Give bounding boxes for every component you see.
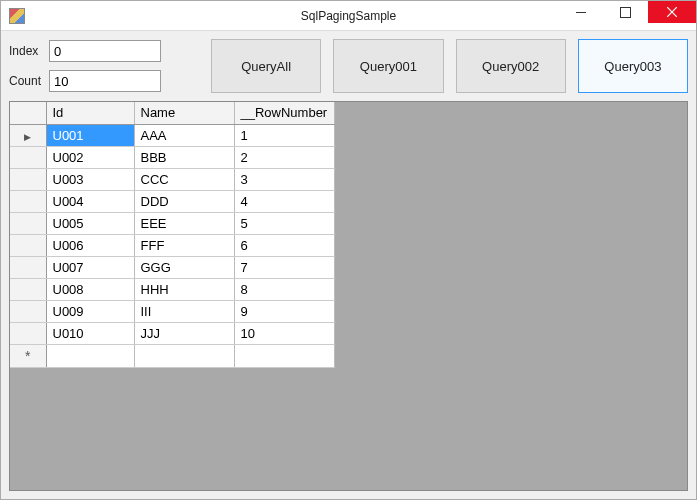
header-row: Id Name __RowNumber [10, 102, 334, 124]
table-row[interactable]: U002BBB2 [10, 146, 334, 168]
column-header-rownumber[interactable]: __RowNumber [234, 102, 334, 124]
row-header[interactable] [10, 146, 46, 168]
index-input[interactable] [49, 40, 161, 62]
index-label: Index [9, 44, 41, 58]
top-row: Index Count QueryAll Query001 Query002 Q… [9, 39, 688, 93]
cell-id[interactable]: U007 [46, 256, 134, 278]
cell-rownumber[interactable]: 8 [234, 278, 334, 300]
cell-name[interactable]: BBB [134, 146, 234, 168]
row-header[interactable] [10, 278, 46, 300]
minimize-button[interactable] [558, 1, 603, 23]
maximize-button[interactable] [603, 1, 648, 23]
row-header[interactable] [10, 124, 46, 146]
cell-id[interactable]: U003 [46, 168, 134, 190]
cell-name[interactable]: GGG [134, 256, 234, 278]
table-row[interactable]: U004DDD4 [10, 190, 334, 212]
row-header-corner[interactable] [10, 102, 46, 124]
table-row[interactable]: U006FFF6 [10, 234, 334, 256]
button-panel: QueryAll Query001 Query002 Query003 [211, 39, 688, 93]
row-header[interactable] [10, 344, 46, 367]
cell-name[interactable]: III [134, 300, 234, 322]
cell-id[interactable]: U004 [46, 190, 134, 212]
table-row[interactable]: U009III9 [10, 300, 334, 322]
cell-id[interactable]: U008 [46, 278, 134, 300]
cell-name[interactable]: EEE [134, 212, 234, 234]
cell-rownumber[interactable]: 7 [234, 256, 334, 278]
count-input[interactable] [49, 70, 161, 92]
window-buttons [558, 1, 696, 30]
close-icon [667, 7, 677, 17]
cell-rownumber[interactable]: 10 [234, 322, 334, 344]
cell-id[interactable]: U006 [46, 234, 134, 256]
row-header[interactable] [10, 190, 46, 212]
cell-id[interactable]: U005 [46, 212, 134, 234]
count-label: Count [9, 74, 41, 88]
table-row[interactable]: U003CCC3 [10, 168, 334, 190]
cell-id[interactable] [46, 344, 134, 367]
titlebar: SqlPagingSample [1, 1, 696, 31]
cell-rownumber[interactable]: 6 [234, 234, 334, 256]
query-all-button[interactable]: QueryAll [211, 39, 321, 93]
row-header[interactable] [10, 322, 46, 344]
cell-id[interactable]: U002 [46, 146, 134, 168]
data-grid[interactable]: Id Name __RowNumber U001AAA1U002BBB2U003… [9, 101, 688, 491]
cell-name[interactable]: HHH [134, 278, 234, 300]
cell-rownumber[interactable]: 3 [234, 168, 334, 190]
row-header[interactable] [10, 168, 46, 190]
cell-name[interactable] [134, 344, 234, 367]
column-header-name[interactable]: Name [134, 102, 234, 124]
app-window: SqlPagingSample Index Count QueryAll Q [0, 0, 697, 500]
row-header[interactable] [10, 234, 46, 256]
cell-rownumber[interactable]: 9 [234, 300, 334, 322]
table-row[interactable]: U007GGG7 [10, 256, 334, 278]
cell-rownumber[interactable] [234, 344, 334, 367]
table-row[interactable]: U001AAA1 [10, 124, 334, 146]
cell-id[interactable]: U010 [46, 322, 134, 344]
query-002-button[interactable]: Query002 [456, 39, 566, 93]
column-header-id[interactable]: Id [46, 102, 134, 124]
row-header[interactable] [10, 256, 46, 278]
table-row[interactable]: U005EEE5 [10, 212, 334, 234]
cell-name[interactable]: AAA [134, 124, 234, 146]
table-row[interactable]: U010JJJ10 [10, 322, 334, 344]
cell-rownumber[interactable]: 4 [234, 190, 334, 212]
cell-name[interactable]: JJJ [134, 322, 234, 344]
cell-name[interactable]: CCC [134, 168, 234, 190]
input-panel: Index Count [9, 39, 199, 93]
close-button[interactable] [648, 1, 696, 23]
data-grid-table: Id Name __RowNumber U001AAA1U002BBB2U003… [10, 102, 335, 368]
table-row[interactable]: U008HHH8 [10, 278, 334, 300]
client-area: Index Count QueryAll Query001 Query002 Q… [1, 31, 696, 499]
cell-rownumber[interactable]: 2 [234, 146, 334, 168]
row-header[interactable] [10, 300, 46, 322]
cell-rownumber[interactable]: 1 [234, 124, 334, 146]
cell-name[interactable]: DDD [134, 190, 234, 212]
query-003-button[interactable]: Query003 [578, 39, 688, 93]
query-001-button[interactable]: Query001 [333, 39, 443, 93]
app-icon [9, 8, 25, 24]
row-header[interactable] [10, 212, 46, 234]
cell-rownumber[interactable]: 5 [234, 212, 334, 234]
cell-id[interactable]: U001 [46, 124, 134, 146]
new-row[interactable] [10, 344, 334, 367]
cell-id[interactable]: U009 [46, 300, 134, 322]
cell-name[interactable]: FFF [134, 234, 234, 256]
